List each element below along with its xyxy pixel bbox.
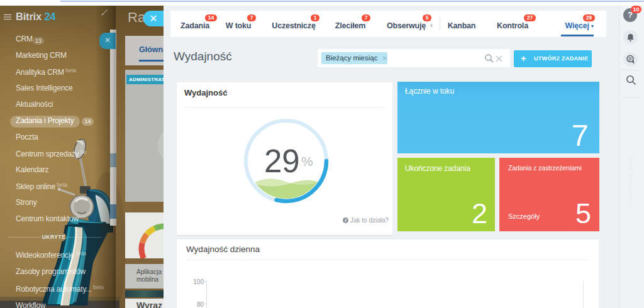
svg-text:29: 29 <box>264 143 300 179</box>
svg-text:s: s <box>158 225 161 229</box>
svg-text:%: % <box>301 154 313 168</box>
